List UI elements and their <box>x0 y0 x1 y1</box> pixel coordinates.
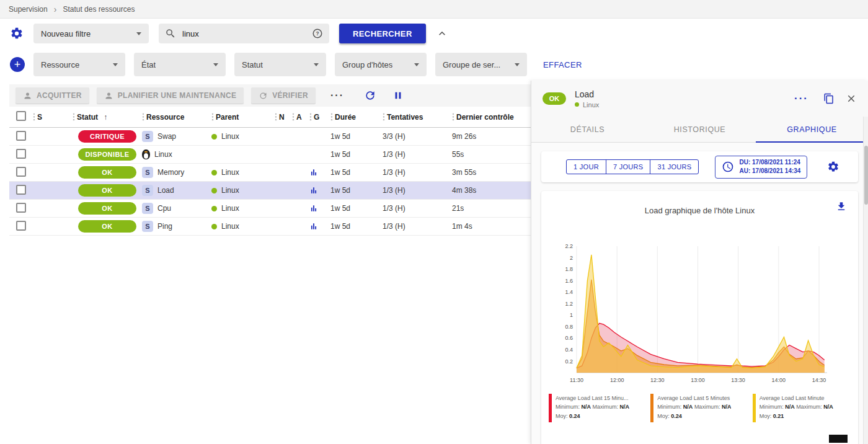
column-header-duration[interactable]: Durée <box>330 113 383 122</box>
row-checkbox[interactable] <box>16 149 26 159</box>
criteria-servicegroup-select[interactable]: Groupe de ser... <box>435 53 527 76</box>
search-input[interactable] <box>181 29 307 39</box>
duration-cell: 1w 5d <box>330 150 383 159</box>
criteria-hostgroup-select[interactable]: Group d'hôtes <box>335 53 427 76</box>
svg-text:12:00: 12:00 <box>609 377 624 383</box>
refresh-button[interactable] <box>364 89 376 102</box>
tab-details[interactable]: DÉTAILS <box>531 117 644 142</box>
resource-name[interactable]: Linux <box>154 150 172 159</box>
tab-graph[interactable]: GRAPHIQUE <box>756 117 868 142</box>
set-maintenance-button[interactable]: PLANIFIER UNE MAINTENANCE <box>97 87 244 104</box>
load-area-chart[interactable]: 11:3012:0012:3013:0013:3014:0014:300.20.… <box>554 238 846 393</box>
search-box[interactable]: ? <box>159 24 329 43</box>
graph-icon[interactable] <box>309 168 318 177</box>
table-row[interactable]: OK SPing Linux 1w 5d 1/3 (H) 1m 4s <box>9 218 531 236</box>
legend-item[interactable]: Average Load Last Minute Minimum: N/A Ma… <box>753 394 851 422</box>
resource-detail-panel: OK Load Linux ··· DÉTAILS HISTORIQUE GRA… <box>531 81 868 444</box>
check-button[interactable]: VÉRIFIER <box>251 87 316 104</box>
kebab-icon <box>309 113 312 121</box>
collapse-filters-button[interactable] <box>436 27 448 40</box>
tries-cell: 1/3 (H) <box>383 204 452 213</box>
svg-text:1.6: 1.6 <box>565 278 573 284</box>
range-31-days-button[interactable]: 31 JOURS <box>650 159 699 174</box>
kebab-icon <box>275 113 277 121</box>
panel-scrollbar[interactable] <box>863 117 868 444</box>
clear-filters-button[interactable]: EFFACER <box>539 60 586 70</box>
graph-settings-button[interactable] <box>827 161 839 173</box>
table-row-selected[interactable]: OK SLoad Linux 1w 5d 1/3 (H) 4m 38s <box>9 182 531 200</box>
breadcrumb-item-supervision[interactable]: Supervision <box>9 5 48 14</box>
linux-penguin-icon <box>142 149 150 159</box>
resource-name[interactable]: Load <box>157 186 174 195</box>
tries-cell: 1/3 (H) <box>383 168 452 177</box>
graph-icon[interactable] <box>309 204 318 213</box>
column-header-severity[interactable]: S <box>33 113 73 122</box>
scrollbar-thumb[interactable] <box>864 146 868 205</box>
detail-more-button[interactable]: ··· <box>790 92 812 105</box>
column-header-parent[interactable]: Parent <box>211 113 275 122</box>
table-row[interactable]: OK SMemory Linux 1w 5d 1/3 (H) 3m 55s <box>9 164 531 182</box>
chevron-down-icon <box>136 32 141 35</box>
table-row[interactable]: CRITIQUE SSwap Linux 1w 5d 3/3 (H) 9m 26… <box>9 128 531 146</box>
recheck-icon <box>259 91 268 100</box>
column-header-a[interactable]: A <box>292 113 309 122</box>
close-panel-button[interactable] <box>846 93 857 104</box>
table-row[interactable]: OK SCpu Linux 1w 5d 1/3 (H) 21s <box>9 200 531 218</box>
kebab-icon <box>142 113 144 121</box>
search-button[interactable]: RECHERCHER <box>339 24 426 43</box>
select-all-checkbox[interactable] <box>16 111 26 121</box>
detail-tabs: DÉTAILS HISTORIQUE GRAPHIQUE <box>531 117 868 143</box>
legend-item[interactable]: Average Load Last 15 Minu... Minimum: N/… <box>549 394 647 422</box>
host-up-dot-icon <box>211 188 217 193</box>
resource-name[interactable]: Swap <box>157 132 176 141</box>
row-checkbox[interactable] <box>16 131 26 141</box>
range-1-day-button[interactable]: 1 JOUR <box>566 159 606 174</box>
criteria-state-select[interactable]: État <box>134 53 226 76</box>
filter-settings-button[interactable] <box>10 27 24 40</box>
gear-icon <box>827 161 839 173</box>
column-header-g[interactable]: G <box>309 113 330 122</box>
resources-list-section: ACQUITTER PLANIFIER UNE MAINTENANCE VÉRI… <box>0 81 531 444</box>
help-icon[interactable]: ? <box>312 28 323 39</box>
row-checkbox[interactable] <box>16 221 26 231</box>
column-header-last-check[interactable]: Dernier contrôle <box>452 113 531 122</box>
row-checkbox[interactable] <box>16 185 26 195</box>
status-badge: DISPONIBLE <box>78 148 136 161</box>
range-7-days-button[interactable]: 7 JOURS <box>606 159 651 174</box>
criteria-resource-select[interactable]: Ressource <box>33 53 125 76</box>
resource-name[interactable]: Memory <box>157 168 184 177</box>
column-header-tries[interactable]: Tentatives <box>383 113 452 122</box>
pause-autorefresh-button[interactable] <box>392 90 404 101</box>
copy-link-button[interactable] <box>823 93 835 104</box>
download-icon <box>836 201 847 212</box>
resource-name[interactable]: Cpu <box>157 204 171 213</box>
export-graph-button[interactable] <box>836 201 847 212</box>
time-range-card: 1 JOUR 7 JOURS 31 JOURS DU: 17/08/2021 1… <box>541 151 858 182</box>
column-header-resource[interactable]: Ressource <box>142 113 211 122</box>
maintenance-person-icon <box>104 91 113 100</box>
custom-period-picker[interactable]: DU: 17/08/2021 11:24 AU: 17/08/2021 14:3… <box>715 156 807 179</box>
legend-item[interactable]: Average Load Last 5 Minutes Minimum: N/A… <box>650 394 748 422</box>
resource-name[interactable]: Ping <box>157 222 172 231</box>
criteria-status-select[interactable]: Statut <box>234 53 326 76</box>
svg-text:2: 2 <box>569 255 572 261</box>
saved-filter-select[interactable]: Nouveau filtre <box>33 24 149 43</box>
tab-history[interactable]: HISTORIQUE <box>644 117 756 142</box>
column-header-status[interactable]: Statut ↑ <box>73 113 142 122</box>
gear-icon <box>10 27 24 40</box>
graph-icon[interactable] <box>309 222 318 231</box>
chevron-down-icon <box>515 63 520 66</box>
row-checkbox[interactable] <box>16 167 26 177</box>
column-header-n[interactable]: N <box>275 113 292 122</box>
period-from: DU: 17/08/2021 11:24 <box>739 158 800 167</box>
parent-name: Linux <box>221 222 239 231</box>
more-actions-button[interactable]: ··· <box>327 89 348 102</box>
row-checkbox[interactable] <box>16 203 26 213</box>
host-up-dot-icon <box>211 206 217 211</box>
table-row[interactable]: DISPONIBLE Linux 1w 5d 1/3 (H) 55s <box>9 146 531 164</box>
duration-cell: 1w 5d <box>330 222 383 231</box>
graph-icon[interactable] <box>309 186 318 195</box>
period-to: AU: 17/08/2021 14:34 <box>739 167 800 176</box>
add-criteria-button[interactable]: + <box>10 57 25 72</box>
acknowledge-button[interactable]: ACQUITTER <box>16 87 89 104</box>
